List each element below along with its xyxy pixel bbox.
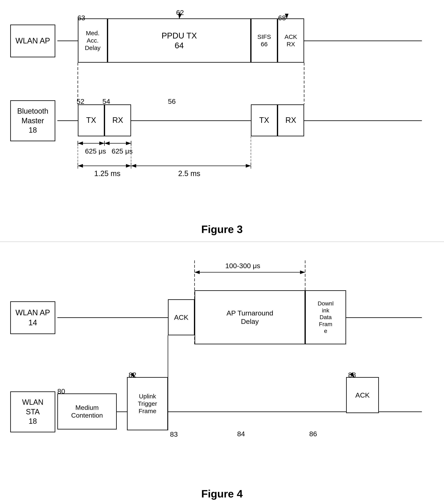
ack-rx-top-block: ACKRX bbox=[278, 18, 304, 63]
ack-sta-block: ACK bbox=[346, 377, 379, 413]
ap-turnaround-block: AP TurnaroundDelay bbox=[195, 290, 305, 344]
svg-text:1.25 ms: 1.25 ms bbox=[94, 169, 120, 178]
label-56: 56 bbox=[168, 97, 176, 106]
fig4-svg: 100-300 μs bbox=[0, 242, 444, 504]
label-63: 63 bbox=[77, 14, 85, 22]
rx2-block: RX bbox=[278, 104, 304, 136]
label-86: 86 bbox=[309, 430, 317, 438]
label-83: 83 bbox=[170, 430, 178, 438]
wlan-sta-label: WLANSTA18 bbox=[10, 391, 55, 432]
label-68: 68 bbox=[278, 14, 286, 22]
label-54: 54 bbox=[102, 97, 110, 106]
figure-4-title: Figure 4 bbox=[201, 488, 243, 500]
wlan-ap-label: WLAN AP bbox=[10, 25, 55, 57]
label-52: 52 bbox=[77, 97, 84, 106]
label-80: 80 bbox=[57, 387, 65, 395]
ppdu-tx-block: PPDU TX64 bbox=[108, 18, 251, 63]
svg-text:625 μs: 625 μs bbox=[111, 147, 133, 155]
ack-ap-block: ACK bbox=[168, 299, 195, 335]
sifs-block: SIFS66 bbox=[251, 18, 278, 63]
svg-text:100-300 μs: 100-300 μs bbox=[225, 262, 260, 270]
figure-3: WLAN AP Med.Acc.Delay PPDU TX64 SIFS66 A… bbox=[0, 0, 444, 242]
tx2-block: TX bbox=[251, 104, 278, 136]
bt-master-label: BluetoothMaster18 bbox=[10, 100, 55, 141]
uplink-trigger-frame-block: UplinkTriggerFrame bbox=[127, 377, 168, 430]
rx1-block: RX bbox=[104, 104, 131, 136]
downlink-data-frame-block: DownlinkDataFrame bbox=[305, 290, 346, 344]
med-acc-delay-block: Med.Acc.Delay bbox=[78, 18, 108, 63]
medium-contention-block: MediumContention bbox=[57, 394, 117, 430]
wlan-ap-label-fig4: WLAN AP14 bbox=[10, 301, 55, 334]
tx1-block: TX bbox=[78, 104, 104, 136]
figure-3-title: Figure 3 bbox=[201, 223, 243, 235]
label-88: 88 bbox=[348, 371, 356, 379]
label-62: 62 bbox=[176, 9, 184, 17]
label-82: 82 bbox=[129, 371, 136, 379]
svg-text:2.5 ms: 2.5 ms bbox=[178, 169, 200, 178]
svg-text:625 μs: 625 μs bbox=[85, 147, 106, 155]
label-84: 84 bbox=[237, 430, 245, 438]
figure-4: WLAN AP14 WLANSTA18 MediumContention Upl… bbox=[0, 242, 444, 504]
